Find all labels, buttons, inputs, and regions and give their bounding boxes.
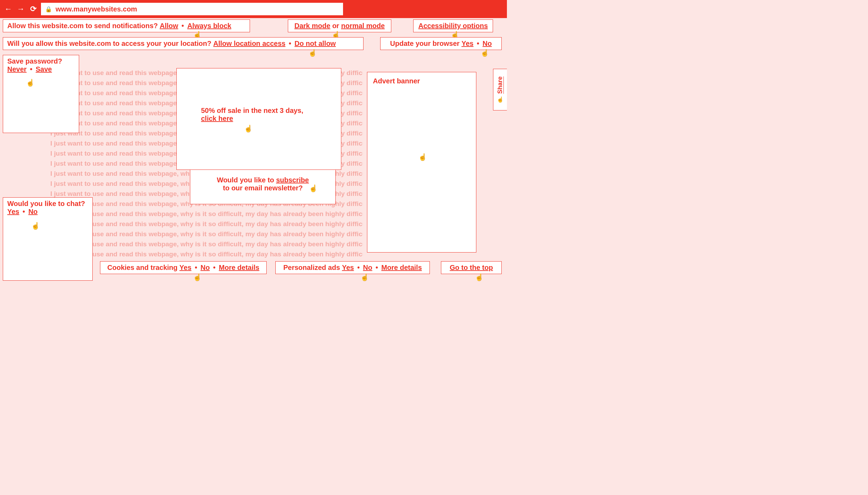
password-save-link[interactable]: Save <box>36 65 52 73</box>
cursor-icon: ☝ <box>497 96 504 103</box>
go-top-prompt: Go to the top <box>441 261 502 274</box>
location-deny-link[interactable]: Do not allow <box>294 40 336 47</box>
chat-no-link[interactable]: No <box>28 208 38 215</box>
lock-icon: 🔒 <box>45 6 52 13</box>
chat-yes-link[interactable]: Yes <box>7 208 19 215</box>
subscribe-modal: Would you like to subscribe to our email… <box>190 170 336 204</box>
ads-prompt: Personalized ads Yes • No • More details <box>275 261 430 274</box>
back-button[interactable]: ← <box>3 5 13 14</box>
browser-toolbar: ← → ⟳ 🔒 www.manywebsites.com <box>0 0 507 18</box>
ads-yes-link[interactable]: Yes <box>342 264 354 271</box>
password-prompt: Save password? Never • Save <box>3 55 79 133</box>
cursor-icon: ☝ <box>475 273 484 281</box>
url-text: www.manywebsites.com <box>56 5 137 13</box>
chat-prompt: Would you like to chat? Yes • No <box>3 197 93 281</box>
location-prompt: Will you allow this website.com to acces… <box>3 37 364 50</box>
notifications-allow-link[interactable]: Allow <box>160 22 178 30</box>
cookies-no-link[interactable]: No <box>200 264 210 271</box>
share-link[interactable]: Share <box>496 76 504 94</box>
update-no-link[interactable]: No <box>483 40 492 47</box>
dark-mode-link[interactable]: Dark mode <box>294 22 330 30</box>
cookies-more-link[interactable]: More details <box>219 264 259 271</box>
cookies-prompt: Cookies and tracking Yes • No • More det… <box>100 261 267 274</box>
advert-banner[interactable]: Advert banner <box>367 72 476 253</box>
normal-mode-link[interactable]: normal mode <box>341 22 385 30</box>
notifications-block-link[interactable]: Always block <box>187 22 231 30</box>
cookies-yes-link[interactable]: Yes <box>180 264 191 271</box>
notifications-prompt: Allow this website.com to send notificat… <box>3 19 250 32</box>
accessibility-prompt: Accessibility options <box>413 19 493 32</box>
accessibility-link[interactable]: Accessibility options <box>418 22 488 30</box>
update-prompt: Update your browser Yes • No <box>380 37 502 50</box>
ads-more-link[interactable]: More details <box>381 264 422 271</box>
share-tab[interactable]: Share ☝ <box>493 69 507 110</box>
ads-no-link[interactable]: No <box>363 264 373 271</box>
subscribe-link[interactable]: subscribe <box>276 176 309 184</box>
forward-button[interactable]: → <box>16 5 26 14</box>
location-allow-link[interactable]: Allow location access <box>213 40 285 47</box>
password-never-link[interactable]: Never <box>7 65 27 73</box>
reload-button[interactable]: ⟳ <box>28 5 38 14</box>
cursor-icon: ☝ <box>360 273 369 281</box>
update-yes-link[interactable]: Yes <box>461 40 473 47</box>
url-bar[interactable]: 🔒 www.manywebsites.com <box>41 3 343 15</box>
cursor-icon: ☝ <box>193 273 202 281</box>
darkmode-prompt: Dark mode or normal mode <box>288 19 391 32</box>
sale-click-here-link[interactable]: click here <box>201 115 233 122</box>
sale-modal: 50% off sale in the next 3 days, click h… <box>176 68 341 170</box>
go-to-top-link[interactable]: Go to the top <box>450 264 493 271</box>
